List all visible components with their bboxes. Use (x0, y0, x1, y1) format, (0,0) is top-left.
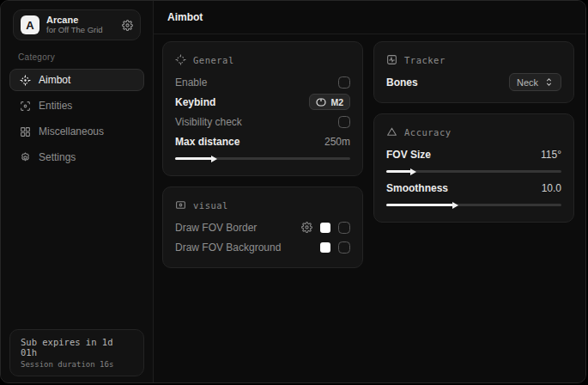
page-title: Aimbot (167, 11, 203, 23)
mouse-icon (316, 98, 326, 107)
gear-icon[interactable] (301, 222, 312, 233)
sidebar-item-miscellaneous[interactable]: Miscellaneous (9, 120, 144, 143)
row-bones: Bones Neck (386, 72, 561, 92)
row-visibility-check: Visibility check (175, 112, 350, 131)
fov-size-label: FOV Size (386, 149, 431, 161)
slider-fill (175, 157, 212, 160)
keybind-badge[interactable]: M2 (309, 94, 350, 110)
keybind-label: Keybind (175, 96, 215, 108)
fov-size-slider[interactable] (386, 170, 561, 173)
fov-background-color-swatch[interactable] (320, 242, 330, 253)
brand-subtitle: for Off The Grid (46, 26, 115, 35)
sidebar-item-label: Aimbot (39, 74, 70, 86)
row-fov-size: FOV Size 115° (386, 144, 561, 164)
visibility-check-label: Visibility check (175, 116, 242, 128)
max-distance-value: 250m (324, 136, 350, 148)
row-keybind: Keybind M2 (175, 92, 350, 112)
row-draw-fov-background: Draw FOV Background (175, 237, 350, 257)
draw-fov-background-checkbox[interactable] (338, 241, 350, 254)
card-title: Accuracy (404, 127, 452, 138)
enable-label: Enable (175, 76, 207, 89)
sidebar-item-aimbot[interactable]: Aimbot (9, 69, 144, 91)
smoothness-label: Smoothness (386, 182, 448, 194)
settings-icon (19, 152, 31, 163)
session-duration-text: Session duration 16s (21, 360, 133, 369)
bones-selected-value: Neck (517, 77, 538, 88)
row-enable: Enable (175, 72, 350, 92)
draw-fov-border-label: Draw FOV Border (175, 222, 257, 234)
sidebar-nav: Aimbot Entities (6, 69, 148, 168)
fov-border-color-swatch[interactable] (320, 223, 330, 233)
row-smoothness: Smoothness 10.0 (386, 178, 561, 198)
card-title: Tracker (404, 55, 446, 65)
fov-size-value: 115° (541, 149, 561, 161)
brand-card: A Arcane for Off The Grid (13, 9, 141, 40)
main-header: Aimbot (154, 1, 585, 34)
sidebar-item-label: Entities (39, 100, 72, 112)
brand-title: Arcane (46, 15, 115, 26)
sidebar-item-label: Miscellaneous (39, 125, 104, 138)
chevrons-up-down-icon (544, 77, 554, 87)
card-title: visual (193, 200, 228, 211)
left-column: General Enable Keybind (162, 41, 363, 268)
draw-fov-background-label: Draw FOV Background (175, 241, 281, 254)
sub-expiry-text: Sub expires in 1d 01h (21, 337, 133, 358)
card-visual: visual Draw FOV Border (162, 186, 363, 268)
scan-eye-icon (19, 101, 31, 112)
subscription-info-card: Sub expires in 1d 01h Session duration 1… (9, 329, 144, 376)
draw-fov-border-checkbox[interactable] (338, 222, 350, 234)
main-panel: Aimbot General (154, 1, 585, 382)
content: General Enable Keybind (154, 34, 585, 275)
sidebar: A Arcane for Off The Grid Category (1, 1, 154, 382)
category-label: Category (18, 52, 148, 62)
view-icon (175, 199, 186, 211)
smoothness-slider[interactable] (386, 204, 561, 206)
sidebar-item-settings[interactable]: Settings (9, 146, 144, 168)
keybind-value: M2 (330, 97, 343, 107)
app-logo: A (21, 15, 39, 34)
card-accuracy: Accuracy FOV Size 115° Smoothness 10.0 (373, 113, 574, 223)
row-max-distance: Max distance 250m (175, 131, 350, 151)
bones-dropdown[interactable]: Neck (509, 73, 561, 91)
gear-icon[interactable] (122, 20, 133, 31)
card-general: General Enable Keybind (162, 41, 363, 176)
activity-icon (386, 54, 397, 65)
max-distance-slider[interactable] (175, 157, 350, 160)
right-column: Tracker Bones Neck (373, 41, 574, 223)
enable-checkbox[interactable] (338, 76, 350, 89)
crosshair-icon (175, 54, 186, 65)
slider-fill (386, 204, 453, 206)
max-distance-label: Max distance (175, 136, 239, 148)
app-window: A Arcane for Off The Grid Category (0, 0, 586, 383)
card-title: General (193, 55, 234, 65)
boxes-icon (19, 126, 31, 138)
sidebar-item-label: Settings (39, 151, 76, 163)
row-draw-fov-border: Draw FOV Border (175, 217, 350, 237)
card-tracker: Tracker Bones Neck (373, 41, 574, 103)
crosshair-icon (19, 75, 31, 86)
slider-fill (386, 170, 411, 173)
sidebar-item-entities[interactable]: Entities (9, 95, 144, 117)
bones-label: Bones (386, 76, 418, 89)
smoothness-value: 10.0 (542, 182, 561, 194)
visibility-check-checkbox[interactable] (338, 116, 350, 128)
triangle-icon (386, 126, 397, 138)
